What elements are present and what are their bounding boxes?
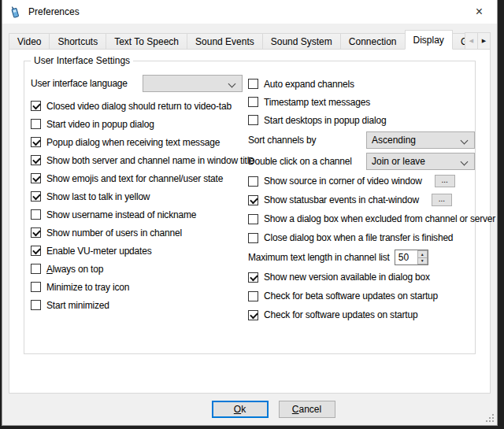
language-dropdown[interactable] bbox=[143, 75, 243, 92]
checkbox-row[interactable]: Auto expand channels bbox=[248, 75, 475, 93]
tab[interactable]: Connection bbox=[340, 33, 406, 50]
dropdown-rows: Sort channels by Ascending Double click … bbox=[248, 129, 475, 172]
checkbox-label: Show source in corner of video window bbox=[264, 176, 422, 187]
tab-strip: Video Shortcuts Text To Speech Sound Eve… bbox=[9, 30, 491, 50]
tab-scroll-buttons: ◀ ▶ bbox=[465, 32, 491, 50]
checkbox-row[interactable]: Start video in popup dialog bbox=[31, 115, 248, 133]
checkbox-label: Start video in popup dialog bbox=[46, 119, 154, 130]
dropdown-value: Join or leave bbox=[372, 156, 425, 167]
checkbox-row[interactable]: Show statusbar events in chat-window ... bbox=[248, 190, 475, 209]
ok-button-label: Ok bbox=[234, 404, 246, 415]
spinner-down-button[interactable]: ▼ bbox=[417, 257, 428, 265]
checkbox[interactable] bbox=[31, 246, 41, 256]
checkbox-label: Minimize to tray icon bbox=[46, 282, 129, 293]
checkbox[interactable] bbox=[31, 101, 41, 111]
checkbox[interactable] bbox=[248, 195, 258, 205]
checkbox[interactable] bbox=[31, 300, 41, 310]
checkbox-row[interactable]: Popup dialog when receiving text message bbox=[31, 133, 248, 151]
checkbox[interactable] bbox=[31, 227, 41, 238]
window-title: Preferences bbox=[28, 6, 80, 17]
dropdown[interactable]: Join or leave bbox=[366, 153, 475, 170]
checkbox[interactable] bbox=[31, 282, 41, 292]
titlebar[interactable]: Preferences × bbox=[2, 0, 497, 24]
dropdown[interactable]: Ascending bbox=[366, 131, 475, 149]
spinner-value: 50 bbox=[395, 250, 417, 264]
tab[interactable]: Text To Speech bbox=[106, 33, 187, 50]
checkbox-row[interactable]: Start desktops in popup dialog bbox=[248, 111, 475, 129]
checkbox[interactable] bbox=[248, 233, 258, 243]
checkbox[interactable] bbox=[31, 264, 41, 274]
checkbox[interactable] bbox=[31, 137, 41, 147]
chevron-left-icon: ◀ bbox=[469, 38, 473, 44]
checkbox[interactable] bbox=[248, 310, 258, 320]
cancel-button[interactable]: Cancel bbox=[279, 401, 335, 418]
checkbox-row[interactable]: Show source in corner of video window ..… bbox=[248, 172, 475, 190]
arrow-down-icon: ▼ bbox=[421, 258, 424, 263]
checkbox[interactable] bbox=[31, 191, 41, 202]
tab-scroll-right-button[interactable]: ▶ bbox=[477, 32, 491, 50]
checkbox[interactable] bbox=[248, 79, 258, 89]
right-bottom-checkbox-list: Show new version available in dialog box… bbox=[248, 268, 475, 324]
checkbox-row[interactable]: Start minimized bbox=[31, 296, 248, 314]
checkbox-row[interactable]: Show a dialog box when excluded from cha… bbox=[248, 209, 475, 228]
ellipsis-button[interactable]: ... bbox=[435, 175, 455, 187]
checkbox-row[interactable]: Show username instead of nickname bbox=[31, 205, 248, 224]
checkbox-row[interactable]: Close dialog box when a file transfer is… bbox=[248, 228, 475, 247]
tab[interactable]: Shortcuts bbox=[49, 33, 106, 50]
checkbox[interactable] bbox=[248, 97, 258, 107]
max-text-length-label: Maximum text length in channel list bbox=[248, 252, 390, 263]
checkbox-row[interactable]: Timestamp text messages bbox=[248, 93, 475, 111]
language-row: User interface language bbox=[31, 75, 248, 92]
tab[interactable]: Video bbox=[9, 33, 50, 50]
checkbox-row[interactable]: Always on top bbox=[31, 260, 248, 278]
max-text-length-spinner[interactable]: 50 ▲ ▼ bbox=[395, 250, 428, 265]
language-label: User interface language bbox=[31, 78, 143, 89]
checkbox-row[interactable]: Minimize to tray icon bbox=[31, 278, 248, 296]
checkbox-label: Always on top bbox=[46, 264, 103, 275]
max-text-length-row: Maximum text length in channel list 50 ▲… bbox=[248, 247, 475, 268]
right-column: Auto expand channels Timestamp text mess… bbox=[248, 75, 475, 324]
checkbox[interactable] bbox=[31, 119, 41, 129]
checkbox-row[interactable]: Check for beta software updates on start… bbox=[248, 287, 475, 305]
checkbox[interactable] bbox=[248, 176, 258, 187]
tab[interactable]: Sound System bbox=[262, 33, 341, 50]
ellipsis-button[interactable]: ... bbox=[432, 194, 452, 206]
tab[interactable]: Sound Events bbox=[187, 33, 263, 50]
checkbox-label: Start minimized bbox=[46, 300, 109, 311]
checkbox-label: Show last to talk in yellow bbox=[46, 191, 150, 202]
ok-button[interactable]: Ok bbox=[212, 401, 269, 418]
checkbox-row[interactable]: Show emojis and text for channel/user st… bbox=[31, 169, 248, 187]
checkbox-label: Show both server and channel name in win… bbox=[46, 155, 254, 166]
checkbox[interactable] bbox=[248, 272, 258, 283]
chevron-right-icon: ▶ bbox=[482, 38, 486, 44]
groupbox-title: User Interface Settings bbox=[31, 55, 133, 66]
tab-scroll-left-button[interactable]: ◀ bbox=[465, 32, 478, 50]
tab-label: Sound System bbox=[271, 36, 332, 47]
checkbox-row[interactable]: Show number of users in channel bbox=[31, 224, 248, 242]
checkbox[interactable] bbox=[31, 209, 41, 220]
checkbox-label: Show number of users in channel bbox=[46, 227, 182, 239]
checkbox[interactable] bbox=[31, 155, 41, 165]
tab[interactable]: Display bbox=[405, 30, 453, 50]
left-checkbox-list: Closed video dialog should return to vid… bbox=[31, 97, 248, 314]
checkbox[interactable] bbox=[248, 214, 258, 224]
checkbox-row[interactable]: Show last to talk in yellow bbox=[31, 187, 248, 205]
checkbox[interactable] bbox=[248, 115, 258, 125]
dropdown-value: Ascending bbox=[372, 135, 416, 146]
checkbox-label: Check for software updates on startup bbox=[264, 309, 417, 320]
checkbox-row[interactable]: Show new version available in dialog box bbox=[248, 268, 475, 287]
checkbox-label: Show new version available in dialog box bbox=[264, 272, 430, 283]
teamtalk-app-icon bbox=[9, 6, 22, 19]
checkbox-label: Enable VU-meter updates bbox=[46, 246, 151, 257]
right-top-checkbox-list: Auto expand channels Timestamp text mess… bbox=[248, 75, 475, 129]
checkbox-row[interactable]: Enable VU-meter updates bbox=[31, 242, 248, 260]
desktop-background: Preferences × Video Shortcuts Text To Sp… bbox=[0, 0, 504, 429]
resize-grip[interactable] bbox=[492, 420, 494, 422]
checkbox[interactable] bbox=[31, 173, 41, 183]
checkbox-row[interactable]: Closed video dialog should return to vid… bbox=[31, 97, 248, 115]
checkbox[interactable] bbox=[248, 291, 258, 301]
close-button[interactable]: × bbox=[461, 0, 497, 24]
tab-label: Text To Speech bbox=[114, 36, 179, 47]
checkbox-row[interactable]: Check for software updates on startup bbox=[248, 305, 475, 324]
checkbox-row[interactable]: Show both server and channel name in win… bbox=[31, 151, 248, 169]
